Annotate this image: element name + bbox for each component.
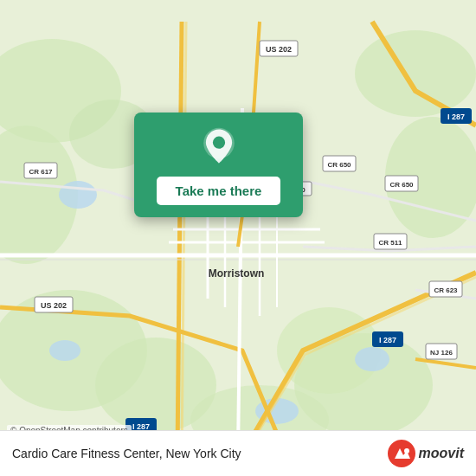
map-container: US 202 US 202 I 287 I 287 I 287 CR 617 C… — [0, 0, 476, 476]
svg-point-13 — [355, 347, 389, 371]
location-name: Cardio Care Fitness Center, New York Cit… — [12, 447, 241, 460]
svg-text:Morristown: Morristown — [209, 267, 265, 280]
location-card: Take me there — [134, 113, 303, 217]
svg-text:CR 617: CR 617 — [29, 168, 53, 176]
svg-text:US 202: US 202 — [41, 301, 67, 310]
map-background: US 202 US 202 I 287 I 287 I 287 CR 617 C… — [0, 0, 476, 476]
moovit-logo: moovit — [388, 440, 464, 467]
take-me-there-button[interactable]: Take me there — [157, 177, 281, 205]
location-pin-icon — [198, 126, 240, 168]
svg-text:I 287: I 287 — [447, 113, 465, 121]
svg-text:I 287: I 287 — [379, 336, 396, 344]
svg-point-3 — [355, 30, 476, 117]
svg-text:CR 650: CR 650 — [389, 181, 414, 189]
svg-text:NJ 126: NJ 126 — [430, 349, 453, 357]
svg-text:US 202: US 202 — [266, 45, 292, 54]
svg-text:CR 511: CR 511 — [378, 239, 402, 247]
svg-point-41 — [212, 137, 224, 149]
svg-text:CR 623: CR 623 — [434, 286, 458, 294]
bottom-bar: Cardio Care Fitness Center, New York Cit… — [0, 430, 476, 476]
svg-point-43 — [404, 448, 409, 453]
svg-point-11 — [59, 181, 97, 209]
moovit-logo-icon — [388, 440, 415, 467]
moovit-text: moovit — [419, 446, 464, 461]
svg-point-12 — [49, 340, 80, 361]
svg-text:CR 650: CR 650 — [327, 161, 351, 169]
